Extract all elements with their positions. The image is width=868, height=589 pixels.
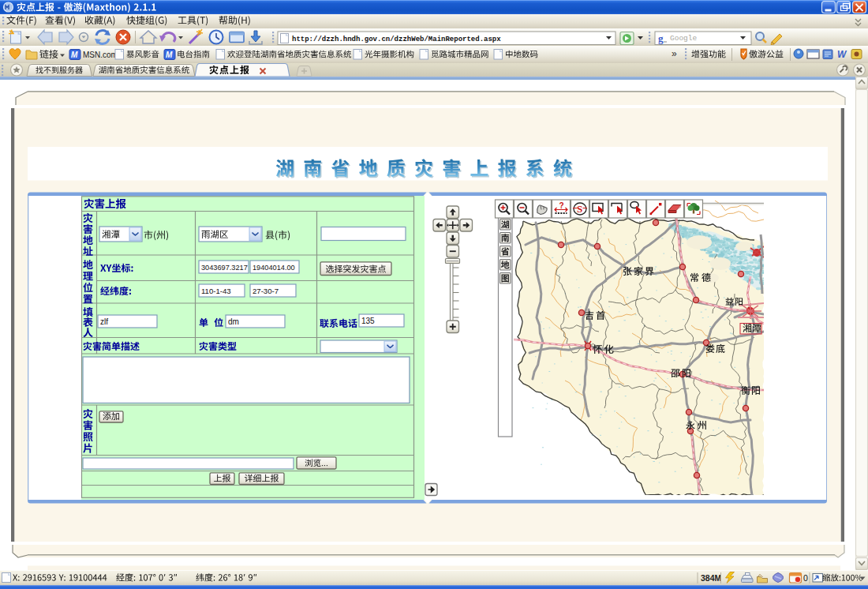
svg-text:g: g [658,32,664,44]
svg-text:135: 135 [361,317,375,325]
svg-text:Google: Google [670,34,698,43]
svg-text:»: » [672,48,677,59]
svg-text:dm: dm [228,317,239,326]
svg-text:27-30-7: 27-30-7 [253,287,279,295]
svg-text:19404014.00: 19404014.00 [253,264,295,272]
svg-text:M: M [166,51,173,59]
svg-text:110-1-43: 110-1-43 [201,287,231,295]
svg-text:http://dzzh.hndh.gov.cn/dzzhWe: http://dzzh.hndh.gov.cn/dzzhWeb/MainRepo… [292,36,501,43]
svg-text:384M: 384M [701,573,722,583]
svg-text:M: M [71,51,78,59]
svg-text:MSN.com: MSN.com [83,51,118,59]
svg-text:?: ? [559,201,564,210]
svg-text:3043697.3217: 3043697.3217 [201,264,248,272]
svg-text:zlf: zlf [100,317,108,326]
svg-text:0: 0 [803,573,808,583]
svg-text:S: S [577,203,582,215]
svg-text:W: W [837,49,847,60]
